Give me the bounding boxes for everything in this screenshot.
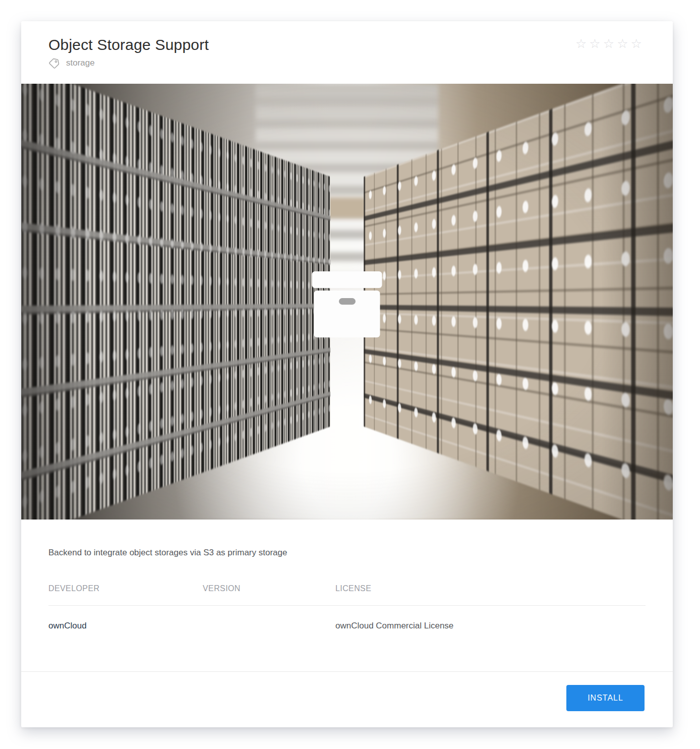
page-title: Object Storage Support — [48, 35, 644, 54]
app-header: Object Storage Support storage ☆☆☆☆☆ — [21, 21, 673, 84]
archive-box-icon — [312, 271, 382, 337]
license-value: ownCloud Commercial License — [335, 606, 646, 671]
details-table: DEVELOPER VERSION LICENSE ownCloud ownCl… — [48, 584, 646, 671]
star-icon[interactable]: ☆ — [631, 36, 645, 50]
table-row: ownCloud ownCloud Commercial License — [48, 606, 646, 671]
column-header-developer: DEVELOPER — [48, 584, 203, 593]
star-icon[interactable]: ☆ — [575, 36, 589, 50]
archive-box-lid — [312, 271, 382, 288]
star-icon[interactable]: ☆ — [603, 36, 617, 50]
archive-box-handle — [339, 298, 356, 305]
details-table-header: DEVELOPER VERSION LICENSE — [48, 584, 646, 606]
archive-box-body — [314, 291, 380, 337]
app-description: Backend to integrate object storages via… — [21, 520, 673, 558]
star-icon[interactable]: ☆ — [589, 36, 603, 50]
tag-icon — [48, 57, 61, 69]
tag-row: storage — [48, 57, 644, 69]
tag-label[interactable]: storage — [66, 58, 95, 68]
star-icon[interactable]: ☆ — [617, 36, 630, 50]
app-details-card: Object Storage Support storage ☆☆☆☆☆ — [21, 21, 673, 727]
install-button[interactable]: INSTALL — [566, 685, 645, 711]
column-header-version: VERSION — [203, 584, 335, 593]
column-header-license: LICENSE — [335, 584, 646, 593]
card-footer: INSTALL — [21, 671, 673, 726]
version-value — [203, 606, 335, 671]
hero-image — [21, 84, 673, 520]
star-rating[interactable]: ☆☆☆☆☆ — [575, 37, 645, 50]
developer-value[interactable]: ownCloud — [48, 606, 203, 671]
